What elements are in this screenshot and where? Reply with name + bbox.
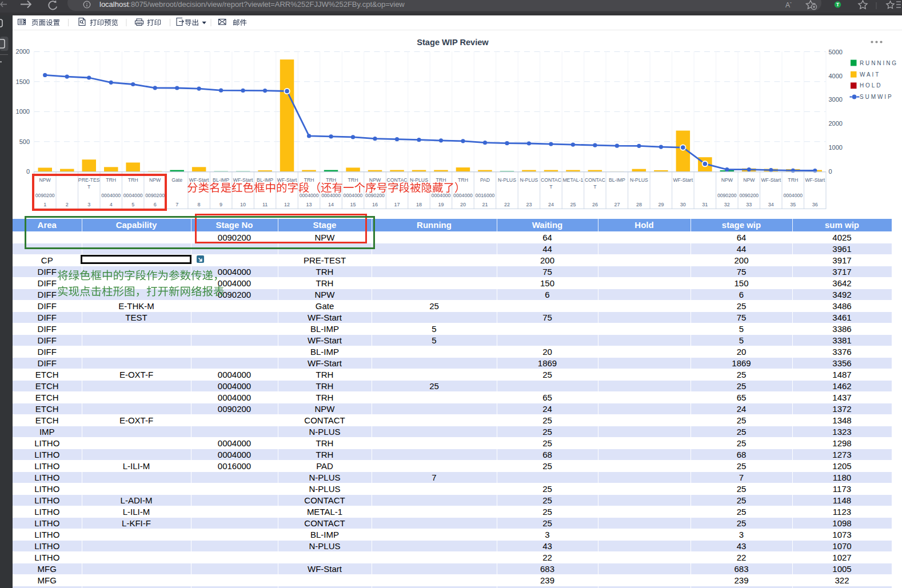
svg-text:1500: 1500 xyxy=(16,78,30,85)
svg-text:27: 27 xyxy=(614,202,620,207)
svg-text:PAD: PAD xyxy=(480,177,490,183)
svg-text:T: T xyxy=(549,184,553,190)
svg-text:NPW: NPW xyxy=(743,177,755,183)
svg-text:1000: 1000 xyxy=(16,108,30,115)
svg-text:16: 16 xyxy=(372,202,378,207)
svg-text:BL-IMP: BL-IMP xyxy=(609,177,625,183)
svg-text:3000: 3000 xyxy=(829,96,843,103)
svg-text:2000: 2000 xyxy=(829,120,843,127)
svg-text:500: 500 xyxy=(19,138,30,145)
svg-text:N-PLUS: N-PLUS xyxy=(498,177,516,183)
svg-text:15: 15 xyxy=(350,202,356,207)
svg-text:A”: A” xyxy=(785,1,792,9)
svg-text:WAIT: WAIT xyxy=(860,71,880,78)
svg-text:T: T xyxy=(593,184,597,190)
svg-text:1000: 1000 xyxy=(829,144,843,151)
svg-text:17: 17 xyxy=(394,202,400,207)
svg-text:36: 36 xyxy=(812,202,818,207)
svg-text:22: 22 xyxy=(504,202,510,207)
svg-text:14: 14 xyxy=(328,202,334,207)
svg-text:20: 20 xyxy=(460,202,466,207)
svg-text:13: 13 xyxy=(306,202,312,207)
svg-text:35: 35 xyxy=(790,202,796,207)
svg-text:CONTAC: CONTAC xyxy=(585,177,605,183)
svg-text:NPW: NPW xyxy=(721,177,733,183)
svg-text:4000: 4000 xyxy=(829,73,843,79)
svg-text:Stage WIP Review: Stage WIP Review xyxy=(417,38,489,47)
svg-text:28: 28 xyxy=(636,202,642,207)
svg-text:SUMWIP: SUMWIP xyxy=(860,94,893,100)
svg-text:0090200: 0090200 xyxy=(717,193,737,198)
svg-text:WF-Start: WF-Start xyxy=(673,177,693,183)
svg-text:TRH: TRH xyxy=(788,177,798,183)
svg-text:0004000: 0004000 xyxy=(783,193,803,198)
svg-text:11: 11 xyxy=(262,202,268,207)
svg-text:RUNNING: RUNNING xyxy=(860,60,898,66)
svg-text:0: 0 xyxy=(26,168,30,175)
svg-text:N-PLUS: N-PLUS xyxy=(520,177,538,183)
svg-text:N-PLUS: N-PLUS xyxy=(630,177,648,183)
svg-text:30: 30 xyxy=(680,202,686,207)
svg-text:31: 31 xyxy=(702,202,708,207)
svg-text:WF-Start: WF-Start xyxy=(805,177,825,183)
svg-text:21: 21 xyxy=(482,202,488,207)
svg-text:24: 24 xyxy=(548,202,554,207)
svg-text:10: 10 xyxy=(240,202,246,207)
svg-text:0: 0 xyxy=(829,168,832,175)
svg-text:12: 12 xyxy=(284,202,290,207)
svg-text:CONTAC: CONTAC xyxy=(541,177,561,183)
svg-text:5000: 5000 xyxy=(829,49,843,55)
svg-text:29: 29 xyxy=(658,202,664,207)
svg-text:18: 18 xyxy=(416,202,422,207)
svg-text:26: 26 xyxy=(592,202,598,207)
svg-text:WF-Start: WF-Start xyxy=(761,177,781,183)
svg-text:HOLD: HOLD xyxy=(860,82,882,89)
svg-text:METAL-1: METAL-1 xyxy=(562,177,583,183)
svg-text:7: 7 xyxy=(175,202,178,207)
svg-text:33: 33 xyxy=(746,202,752,207)
svg-text:2000: 2000 xyxy=(16,48,30,55)
svg-text:0016000: 0016000 xyxy=(476,193,495,198)
svg-text:23: 23 xyxy=(526,202,532,207)
svg-text:32: 32 xyxy=(724,202,730,207)
svg-text:25: 25 xyxy=(570,202,576,207)
svg-text:0090200: 0090200 xyxy=(739,193,759,198)
svg-text:19: 19 xyxy=(438,202,444,207)
svg-text:T: T xyxy=(836,2,840,7)
svg-text:9: 9 xyxy=(219,202,222,207)
svg-text:Gate: Gate xyxy=(171,177,182,183)
svg-text:34: 34 xyxy=(768,202,774,207)
svg-text:8: 8 xyxy=(198,202,201,207)
